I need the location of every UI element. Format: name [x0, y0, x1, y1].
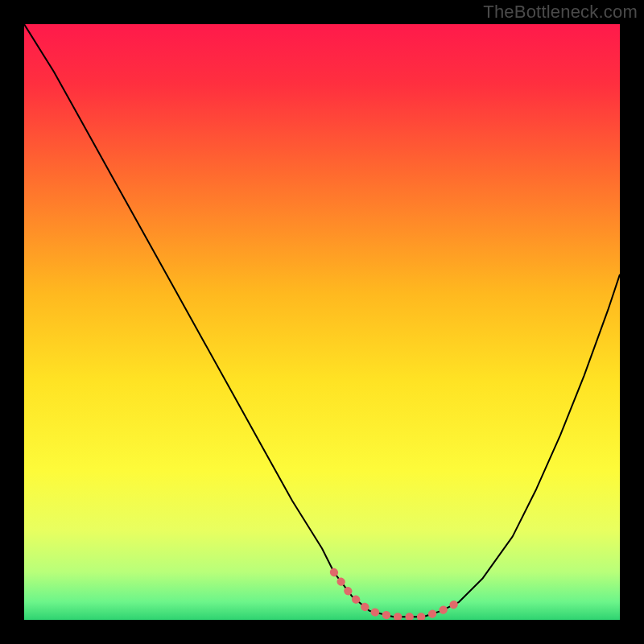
plot-area [24, 24, 620, 620]
plot-svg [24, 24, 620, 620]
chart-frame: TheBottleneck.com [0, 0, 644, 644]
gradient-background [24, 24, 620, 620]
watermark-text: TheBottleneck.com [483, 2, 638, 23]
